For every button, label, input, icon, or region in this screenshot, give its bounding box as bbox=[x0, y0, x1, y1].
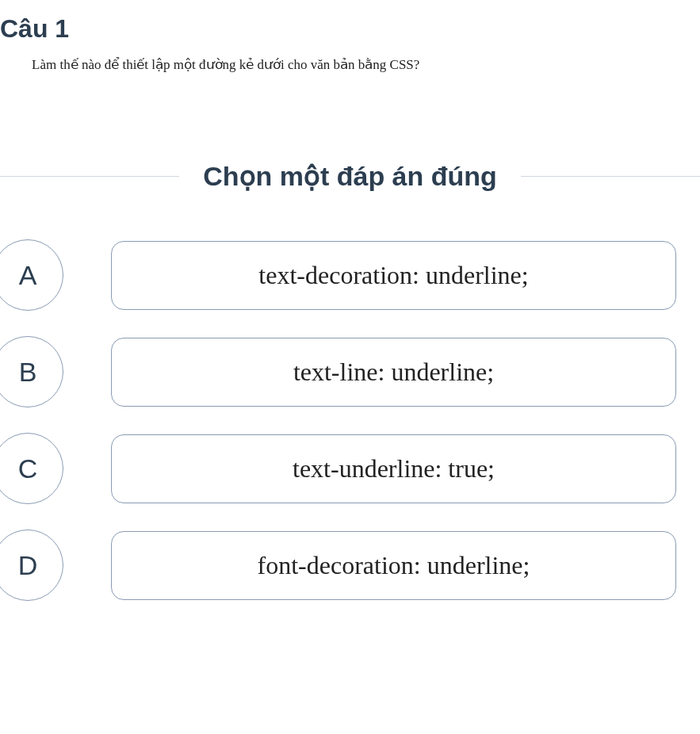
option-a[interactable]: A text-decoration: underline; bbox=[0, 239, 676, 311]
options-list: A text-decoration: underline; B text-lin… bbox=[0, 224, 700, 633]
option-letter-b[interactable]: B bbox=[0, 336, 63, 407]
option-c[interactable]: C text-underline: true; bbox=[0, 433, 676, 504]
option-letter-a[interactable]: A bbox=[0, 239, 63, 311]
instruction-row: Chọn một đáp án đúng bbox=[0, 160, 700, 192]
option-text-d[interactable]: font-decoration: underline; bbox=[111, 531, 676, 600]
divider-left bbox=[0, 176, 179, 177]
option-d[interactable]: D font-decoration: underline; bbox=[0, 529, 676, 601]
question-text: Làm thế nào để thiết lập một đường kẻ dư… bbox=[0, 44, 700, 73]
option-text-a[interactable]: text-decoration: underline; bbox=[111, 241, 676, 310]
option-text-b[interactable]: text-line: underline; bbox=[111, 338, 676, 407]
divider-right bbox=[521, 176, 700, 177]
option-text-c[interactable]: text-underline: true; bbox=[111, 434, 676, 503]
question-title: Câu 1 bbox=[0, 0, 700, 44]
option-letter-d[interactable]: D bbox=[0, 529, 63, 601]
option-b[interactable]: B text-line: underline; bbox=[0, 336, 676, 407]
instruction-text: Chọn một đáp án đúng bbox=[179, 160, 521, 192]
option-letter-c[interactable]: C bbox=[0, 433, 63, 504]
